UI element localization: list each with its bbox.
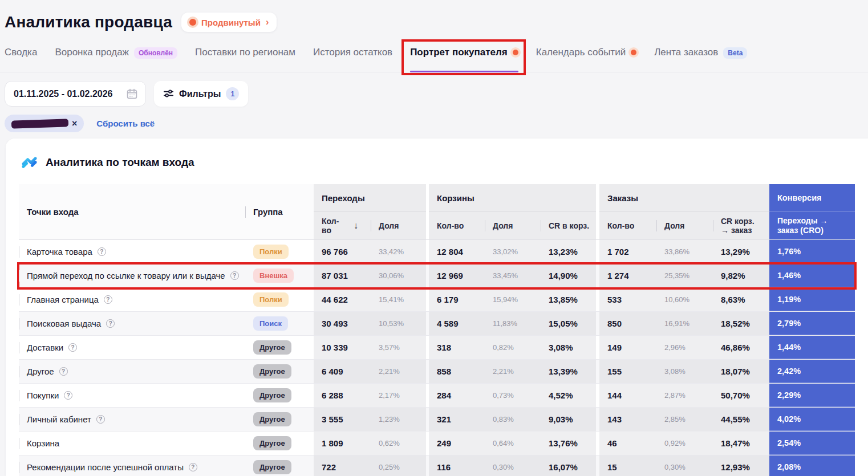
help-icon[interactable]: ? <box>96 415 105 424</box>
table-row[interactable]: Прямой переход по ссылке к товару или к … <box>19 264 855 288</box>
filter-toolbar: 01.11.2025 - 01.02.2026 Фильтры 1 <box>0 72 868 107</box>
table-row[interactable]: Поисковая выдача?Поиск30 49310,53%4 5891… <box>19 312 855 336</box>
tab-kalendar-sobytiy[interactable]: Календарь событий <box>536 47 636 72</box>
entry-point-label: Рекомендации после успешной оплаты <box>27 462 184 472</box>
col-transitions-share[interactable]: Доля <box>371 211 426 239</box>
carts-cr-cell: 16,07% <box>541 455 596 476</box>
beta-badge: Beta <box>723 47 747 59</box>
orders-share-cell: 25,35% <box>656 264 713 287</box>
group-cell: Другое <box>245 336 314 359</box>
carts-cr-cell: 3,08% <box>541 336 596 359</box>
group-badge: Полки <box>253 292 289 307</box>
colgroup-conversion: Конверсия <box>769 184 855 211</box>
carts-count-cell: 284 <box>429 384 485 407</box>
conversion-cell: 1,46% <box>769 264 855 287</box>
table-body: Карточка товара?Полки96 76633,42%12 8043… <box>19 240 855 476</box>
entry-point-label: Карточка товара <box>27 247 92 257</box>
filters-button[interactable]: Фильтры 1 <box>154 81 248 107</box>
table-row[interactable]: Личный кабинет?Другое3 5551,23%3210,83%9… <box>19 408 855 432</box>
entry-points-table: Точки входа Группа Переходы Корзины Зака… <box>19 184 855 476</box>
conversion-cell: 1,76% <box>769 240 855 263</box>
colgroup-orders: Заказы <box>599 184 769 211</box>
carts-count-cell: 12 969 <box>429 264 485 287</box>
col-carts-share[interactable]: Доля <box>485 211 541 239</box>
group-cell: Другое <box>245 432 314 455</box>
table-row[interactable]: КорзинаДругое1 8090,62%2490,64%13,76%460… <box>19 432 855 455</box>
close-icon[interactable]: × <box>72 119 77 129</box>
group-cell: Другое <box>245 360 314 383</box>
entry-point-label: Прямой переход по ссылке к товару или к … <box>27 271 225 280</box>
conversion-cell: 2,29% <box>769 384 855 407</box>
sort-desc-icon[interactable]: ↓ <box>354 221 358 231</box>
col-orders-cr[interactable]: CR корз. → заказ <box>713 211 769 239</box>
reset-all-link[interactable]: Сбросить всё <box>96 119 155 128</box>
orders-share-cell: 2,87% <box>656 384 713 407</box>
help-icon[interactable]: ? <box>64 391 72 400</box>
carts-count-cell: 249 <box>429 432 485 455</box>
entry-point-label: Другое <box>27 367 54 376</box>
carts-count-cell: 116 <box>429 455 485 476</box>
orders-share-cell: 0,92% <box>656 432 713 455</box>
group-cell: Другое <box>245 384 314 407</box>
group-badge: Другое <box>253 460 291 474</box>
table-row[interactable]: Покупки?Другое6 2882,17%2840,73%4,52%144… <box>19 384 855 408</box>
conversion-cell: 2,54% <box>769 432 855 455</box>
carts-share-cell: 11,83% <box>485 312 541 335</box>
orders-share-cell: 10,60% <box>656 288 713 311</box>
filter-chip[interactable]: × <box>5 115 84 132</box>
table-row[interactable]: Другое?Другое6 4092,21%8582,21%13,39%155… <box>19 360 855 384</box>
updated-badge: Обновлён <box>134 47 177 59</box>
transitions-count-cell: 1 809 <box>314 432 371 455</box>
orders-cr-cell: 18,07% <box>713 360 769 383</box>
table-row[interactable]: Главная страница?Полки44 62215,41%6 1791… <box>19 288 855 312</box>
tab-portret-pokupatelya[interactable]: Портрет покупателя <box>410 47 518 72</box>
orders-share-cell: 2,96% <box>656 336 713 359</box>
entry-point-cell: Главная страница? <box>19 288 245 311</box>
entry-point-label: Доставки <box>27 343 63 352</box>
tab-postavki-po-regionam[interactable]: Поставки по регионам <box>195 47 295 72</box>
orders-count-cell: 144 <box>599 384 656 407</box>
help-icon[interactable]: ? <box>106 319 115 328</box>
col-transitions-count[interactable]: Кол-во ↓ <box>314 211 371 239</box>
col-carts-count[interactable]: Кол-во <box>429 211 485 239</box>
carts-share-cell: 2,21% <box>485 360 541 383</box>
table-row[interactable]: Карточка товара?Полки96 76633,42%12 8043… <box>19 240 855 264</box>
plan-badge-label: Продвинутый <box>201 18 261 27</box>
help-icon[interactable]: ? <box>59 367 68 376</box>
help-icon[interactable]: ? <box>104 295 112 304</box>
col-carts-cr[interactable]: CR в корз. <box>541 211 596 239</box>
transitions-share-cell: 0,25% <box>371 455 426 476</box>
table-row[interactable]: Доставки?Другое10 3393,57%3180,82%3,08%1… <box>19 336 855 360</box>
col-conversion-cro[interactable]: Переходы → заказ (CRO) <box>769 211 855 239</box>
help-icon[interactable]: ? <box>189 463 197 471</box>
tab-lenta-zakazov[interactable]: Лента заказов Beta <box>654 47 747 72</box>
entry-points-logo-icon <box>21 153 38 171</box>
transitions-count-cell: 87 031 <box>314 264 371 287</box>
orders-count-cell: 850 <box>599 312 656 335</box>
transitions-count-cell: 722 <box>314 455 371 476</box>
tab-svodka[interactable]: Сводка <box>5 47 37 72</box>
col-orders-share[interactable]: Доля <box>656 211 713 239</box>
orders-cr-cell: 50,70% <box>713 384 769 407</box>
help-icon[interactable]: ? <box>98 247 106 256</box>
entry-point-label: Личный кабинет <box>27 414 91 424</box>
orders-count-cell: 1 702 <box>599 240 656 263</box>
group-badge: Поиск <box>253 316 288 331</box>
col-orders-count[interactable]: Кол-во <box>599 211 656 239</box>
calendar-icon <box>126 88 138 100</box>
group-badge: Другое <box>253 340 291 355</box>
help-icon[interactable]: ? <box>230 271 239 280</box>
help-icon[interactable]: ? <box>68 343 77 352</box>
orders-share-cell: 0,30% <box>656 455 713 476</box>
date-range-input[interactable]: 01.11.2025 - 01.02.2026 <box>5 81 146 107</box>
table-row[interactable]: Рекомендации после успешной оплаты?Друго… <box>19 455 855 476</box>
tab-istoriya-ostatkov[interactable]: История остатков <box>313 47 392 72</box>
group-cell: Поиск <box>245 312 314 335</box>
plan-badge[interactable]: Продвинутый › <box>181 13 277 32</box>
carts-cr-cell: 13,39% <box>541 360 596 383</box>
tab-voronka-prodazh[interactable]: Воронка продаж Обновлён <box>55 47 177 72</box>
conversion-cell: 4,02% <box>769 408 855 431</box>
transitions-count-cell: 3 555 <box>314 408 371 431</box>
transitions-share-cell: 10,53% <box>371 312 426 335</box>
redacted-filter-value <box>11 119 68 128</box>
